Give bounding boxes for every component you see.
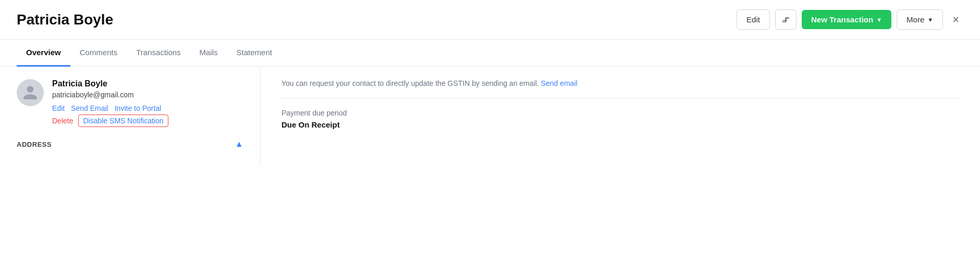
chevron-up-icon[interactable]: ▲ <box>235 140 243 149</box>
content-area: Patricia Boyle patriciaboyle@gmail.com E… <box>0 67 980 166</box>
invite-to-portal-link[interactable]: Invite to Portal <box>115 104 162 112</box>
tab-mails[interactable]: Mails <box>190 40 227 67</box>
new-transaction-button[interactable]: New Transaction ▼ <box>802 10 891 29</box>
gstin-notice-text: You can request your contact to directly… <box>281 79 539 87</box>
edit-button[interactable]: Edit <box>737 9 770 30</box>
chevron-down-icon: ▼ <box>876 17 882 23</box>
payment-section: Payment due period Due On Receipt <box>281 109 959 129</box>
contact-links-row1: Edit Send Email Invite to Portal <box>52 104 243 112</box>
attachment-button[interactable]: 🖇 <box>775 9 797 30</box>
page-header: Patricia Boyle Edit 🖇 New Transaction ▼ … <box>0 0 980 40</box>
user-icon <box>22 84 39 101</box>
gstin-notice: You can request your contact to directly… <box>281 79 959 98</box>
avatar <box>17 79 44 106</box>
contact-details: Patricia Boyle patriciaboyle@gmail.com E… <box>52 79 243 127</box>
tab-comments[interactable]: Comments <box>70 40 127 67</box>
contact-email: patriciaboyle@gmail.com <box>52 91 243 99</box>
tab-overview[interactable]: Overview <box>17 40 70 67</box>
send-email-link[interactable]: Send Email <box>71 104 108 112</box>
address-heading-label: ADDRESS <box>17 141 52 148</box>
left-panel: Patricia Boyle patriciaboyle@gmail.com E… <box>0 67 261 166</box>
address-section-heading: ADDRESS ▲ <box>17 140 243 153</box>
disable-sms-button[interactable]: Disable SMS Notification <box>78 115 168 127</box>
send-email-gstin-link[interactable]: Send email <box>541 79 578 87</box>
contact-info: Patricia Boyle patriciaboyle@gmail.com E… <box>17 79 243 127</box>
more-label: More <box>906 15 924 24</box>
new-transaction-label: New Transaction <box>811 15 873 24</box>
header-actions: Edit 🖇 New Transaction ▼ More ▼ × <box>737 9 963 30</box>
payment-value: Due On Receipt <box>281 120 959 129</box>
contact-name: Patricia Boyle <box>52 79 243 88</box>
tab-statement[interactable]: Statement <box>227 40 281 67</box>
page-title: Patricia Boyle <box>17 11 113 28</box>
chevron-down-icon: ▼ <box>927 17 933 23</box>
close-button[interactable]: × <box>948 11 963 29</box>
delete-link[interactable]: Delete <box>52 117 73 125</box>
more-button[interactable]: More ▼ <box>897 9 943 30</box>
right-panel: You can request your contact to directly… <box>261 67 980 166</box>
edit-contact-link[interactable]: Edit <box>52 104 65 112</box>
tab-transactions[interactable]: Transactions <box>127 40 190 67</box>
contact-links-row2: Delete Disable SMS Notification <box>52 115 243 127</box>
tab-bar: Overview Comments Transactions Mails Sta… <box>0 40 980 67</box>
payment-label: Payment due period <box>281 109 959 117</box>
attachment-icon: 🖇 <box>782 15 790 24</box>
